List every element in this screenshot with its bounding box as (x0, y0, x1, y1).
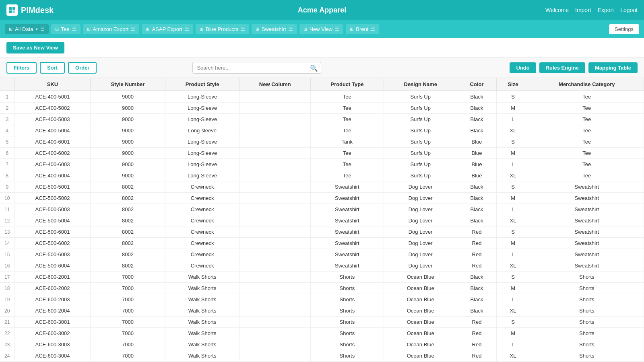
cell-sku[interactable]: ACE-400-6002 (14, 148, 91, 159)
cell-color: Black (457, 125, 496, 136)
cell-color: Black (457, 272, 496, 283)
col-sku[interactable]: SKU (14, 78, 91, 91)
cell-sku[interactable]: ACE-500-5002 (14, 193, 91, 204)
cell-sku[interactable]: ACE-600-3001 (14, 317, 91, 328)
tab-brent[interactable]: ⊞ Brent ☰ (346, 24, 379, 34)
cell-new-column (239, 204, 310, 215)
cell-sku[interactable]: ACE-600-2003 (14, 294, 91, 305)
grid-icon-amazon: ⊞ (87, 27, 91, 32)
cell-design-name: Dog Lover (384, 238, 457, 249)
cell-product-type: Sweatshirt (310, 204, 384, 215)
cell-sku[interactable]: ACE-500-5004 (14, 215, 91, 226)
cell-sku[interactable]: ACE-400-6004 (14, 170, 91, 181)
cell-style-number: 9000 (91, 148, 165, 159)
cell-design-name: Ocean Blue (384, 339, 457, 350)
cell-row-num: 1 (0, 91, 14, 103)
cell-color: Black (457, 91, 496, 103)
cell-sku[interactable]: ACE-400-5001 (14, 91, 91, 103)
cell-product-type: Shorts (310, 317, 384, 328)
cell-sku[interactable]: ACE-500-6002 (14, 238, 91, 249)
cell-merchandise-category: Sweatshirt (530, 238, 644, 249)
col-new-column[interactable]: New Column (239, 78, 310, 91)
table-row: 13 ACE-500-6001 8002 Crewneck Sweatshirt… (0, 226, 644, 238)
cell-product-type: Sweatshirt (310, 238, 384, 249)
table-row: 2 ACE-400-5002 9000 Long-Sleeve Tee Surf… (0, 103, 644, 114)
tab-new-view[interactable]: ⊞ New View ☰ (299, 24, 344, 34)
cell-sku[interactable]: ACE-600-2001 (14, 272, 91, 283)
cell-size: S (496, 136, 530, 148)
cell-sku[interactable]: ACE-600-3004 (14, 350, 91, 362)
cell-sku[interactable]: ACE-400-5002 (14, 103, 91, 114)
undo-button[interactable]: Undo (510, 62, 536, 73)
rules-engine-button[interactable]: Rules Engine (539, 62, 585, 73)
tab-new-view-label: New View (310, 26, 333, 32)
cell-product-style: Crewneck (165, 260, 239, 272)
data-table-container[interactable]: SKU Style Number Product Style New Colum… (0, 78, 644, 362)
cell-sku[interactable]: ACE-400-5003 (14, 114, 91, 125)
cell-sku[interactable]: ACE-400-6001 (14, 136, 91, 148)
cell-sku[interactable]: ACE-500-5001 (14, 181, 91, 193)
cell-sku[interactable]: ACE-600-2002 (14, 283, 91, 294)
cell-product-style: Walk Shorts (165, 328, 239, 339)
cell-sku[interactable]: ACE-500-6003 (14, 249, 91, 260)
tab-asap-export[interactable]: ⊞ ASAP Export ☰ (142, 24, 193, 34)
cell-sku[interactable]: ACE-600-3002 (14, 328, 91, 339)
import-button[interactable]: Import (575, 7, 591, 13)
logo[interactable]: PIMdesk (6, 4, 54, 16)
cell-new-column (239, 283, 310, 294)
col-design-name[interactable]: Design Name (384, 78, 457, 91)
table-row: 1 ACE-400-5001 9000 Long-Sleeve Tee Surf… (0, 91, 644, 103)
cell-product-type: Tee (310, 91, 384, 103)
cell-size: S (496, 272, 530, 283)
col-merchandise-category[interactable]: Merchandise Category (530, 78, 644, 91)
table-row: 20 ACE-600-2004 7000 Walk Shorts Shorts … (0, 305, 644, 317)
mapping-table-button[interactable]: Mapping Table (588, 62, 638, 73)
cell-product-style: Walk Shorts (165, 350, 239, 362)
col-product-type[interactable]: Product Type (310, 78, 384, 91)
cell-product-type: Shorts (310, 350, 384, 362)
cell-style-number: 9000 (91, 136, 165, 148)
col-size[interactable]: Size (496, 78, 530, 91)
cell-design-name: Surfs Up (384, 125, 457, 136)
header: PIMdesk Acme Apparel Welcome Import Expo… (0, 0, 644, 20)
tab-all-data[interactable]: ⊞ All Data ▾ ☰ (5, 24, 49, 34)
cell-product-style: Long-Sleeve (165, 114, 239, 125)
cell-row-num: 7 (0, 159, 14, 170)
cell-new-column (239, 238, 310, 249)
col-color[interactable]: Color (457, 78, 496, 91)
cell-sku[interactable]: ACE-400-6003 (14, 159, 91, 170)
cell-size: L (496, 339, 530, 350)
sort-button[interactable]: Sort (40, 62, 65, 74)
tab-blue-products[interactable]: ⊞ Blue Products ☰ (196, 24, 249, 34)
table-row: 7 ACE-400-6003 9000 Long-Sleeve Tee Surf… (0, 159, 644, 170)
tab-amazon-export[interactable]: ⊞ Amazon Export ☰ (83, 24, 140, 34)
cell-sku[interactable]: ACE-500-6001 (14, 226, 91, 238)
save-new-view-button[interactable]: Save as New View (6, 42, 64, 53)
cell-sku[interactable]: ACE-600-3003 (14, 339, 91, 350)
cell-sku[interactable]: ACE-500-6004 (14, 260, 91, 272)
search-input[interactable] (192, 62, 321, 74)
menu-icon-all-data: ☰ (40, 26, 45, 32)
logout-button[interactable]: Logout (620, 7, 638, 13)
cell-new-column (239, 226, 310, 238)
tab-tee-label: Tee (61, 26, 70, 32)
cell-new-column (239, 181, 310, 193)
cell-style-number: 9000 (91, 159, 165, 170)
settings-button[interactable]: Settings (609, 24, 639, 34)
cell-sku[interactable]: ACE-400-5004 (14, 125, 91, 136)
cell-product-style: Crewneck (165, 204, 239, 215)
cell-merchandise-category: Shorts (530, 350, 644, 362)
tab-sweatshirt[interactable]: ⊞ Sweatshirt ☰ (252, 24, 297, 34)
tab-tee[interactable]: ⊞ Tee ☰ (51, 24, 80, 34)
grid-icon-asap: ⊞ (146, 27, 149, 32)
cell-merchandise-category: Tee (530, 148, 644, 159)
cell-product-style: Long-Sleeve (165, 103, 239, 114)
order-button[interactable]: Order (68, 62, 97, 74)
col-style-number[interactable]: Style Number (91, 78, 165, 91)
cell-design-name: Ocean Blue (384, 350, 457, 362)
cell-sku[interactable]: ACE-500-5003 (14, 204, 91, 215)
cell-sku[interactable]: ACE-600-2004 (14, 305, 91, 317)
col-product-style[interactable]: Product Style (165, 78, 239, 91)
filters-button[interactable]: Filters (6, 62, 37, 74)
export-button[interactable]: Export (598, 7, 614, 13)
